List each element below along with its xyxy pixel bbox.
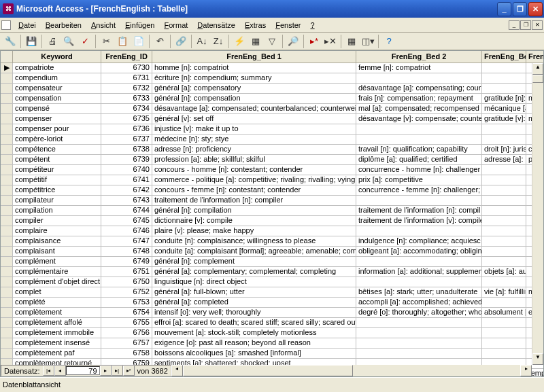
- cell-bed3[interactable]: [482, 338, 526, 348]
- paste-button[interactable]: 📄: [131, 34, 146, 49]
- cell-bed2[interactable]: [356, 349, 482, 358]
- cell-bed1[interactable]: homme [n]: compatriot: [152, 63, 356, 73]
- cell-id[interactable]: 6748: [101, 247, 152, 256]
- view-button[interactable]: 🔧: [3, 34, 18, 49]
- menu-extras[interactable]: Extras: [240, 20, 271, 31]
- row-selector[interactable]: [1, 267, 13, 277]
- row-selector[interactable]: [1, 247, 13, 256]
- cell-keyword[interactable]: complément d'objet direct: [13, 277, 101, 287]
- col-header-keyword[interactable]: Keyword: [13, 51, 101, 63]
- cell-bed3[interactable]: adresse [a]: qu: [482, 155, 526, 164]
- sort-desc-button[interactable]: Z↓: [211, 34, 226, 49]
- menu-format[interactable]: Format: [159, 20, 192, 31]
- apply-filter-button[interactable]: ▽: [265, 34, 279, 49]
- table-row[interactable]: compétent6739profession [a]: able; skill…: [1, 155, 543, 165]
- cell-id[interactable]: 6735: [101, 114, 152, 124]
- cell-bed3[interactable]: [482, 349, 526, 358]
- menu-einfügen[interactable]: Einfügen: [120, 20, 159, 31]
- cell-keyword[interactable]: compétent: [13, 155, 101, 164]
- cell-keyword[interactable]: compensé: [13, 104, 101, 113]
- row-selector[interactable]: [1, 338, 13, 348]
- cell-bed2[interactable]: degré [o]: thoroughly; altogether; whol: [356, 308, 482, 317]
- scroll-thumb[interactable]: [532, 75, 543, 83]
- cell-id[interactable]: 6742: [101, 185, 152, 195]
- cell-bed2[interactable]: accompli [a]: accomplished; achieved: [356, 298, 482, 307]
- table-row[interactable]: compenser6735général [v]: set offdésavan…: [1, 114, 543, 124]
- cell-bed1[interactable]: général [a]: full-blown; utter: [152, 287, 356, 297]
- cell-bed2[interactable]: obligeant [a]: accommodating; obligin: [356, 247, 482, 256]
- cell-bed3[interactable]: [482, 196, 526, 205]
- table-row[interactable]: compétence6738adresse [n]: proficiencytr…: [1, 145, 543, 155]
- table-row[interactable]: complètement insensé6757exigence [o]: pa…: [1, 338, 543, 349]
- delete-record-button[interactable]: ▸✕: [323, 34, 338, 49]
- cell-keyword[interactable]: compétiteur: [13, 165, 101, 175]
- cell-keyword[interactable]: compilation: [13, 206, 101, 215]
- row-selector[interactable]: [1, 135, 13, 144]
- cell-bed3[interactable]: absolument [o]:: [482, 308, 526, 317]
- cell-keyword[interactable]: complaisant: [13, 247, 101, 256]
- row-selector[interactable]: [1, 155, 13, 164]
- row-selector[interactable]: [1, 308, 13, 317]
- menu-datei[interactable]: Datei: [14, 20, 41, 31]
- cell-bed3[interactable]: [482, 206, 526, 215]
- print-button[interactable]: 🖨: [45, 34, 60, 49]
- cell-keyword[interactable]: compétitrice: [13, 185, 101, 195]
- cell-bed1[interactable]: général [n]: complement: [152, 257, 356, 266]
- find-button[interactable]: 🔎: [286, 34, 301, 49]
- cell-bed3[interactable]: vie [a]: fulfilling;: [482, 287, 526, 297]
- table-row[interactable]: compère-loriot6737médecine [n]: sty; sty…: [1, 135, 543, 145]
- copy-button[interactable]: 📋: [115, 34, 130, 49]
- mdi-restore[interactable]: ❐: [520, 20, 531, 30]
- cell-id[interactable]: 6734: [101, 104, 152, 113]
- cell-keyword[interactable]: compiler: [13, 216, 101, 226]
- cell-keyword[interactable]: compensation: [13, 94, 101, 103]
- cell-bed2[interactable]: concurrence - femme [n]: challenger;: [356, 185, 482, 195]
- cell-bed1[interactable]: boissons alcooliques [a]: smashed [infor…: [152, 349, 356, 358]
- scroll-right-button[interactable]: ▸: [520, 365, 532, 376]
- cell-keyword[interactable]: compétence: [13, 145, 101, 154]
- scroll-up-button[interactable]: ▲: [532, 63, 543, 75]
- prev-record-button[interactable]: ◂: [54, 366, 66, 376]
- col-header-bed4[interactable]: Fren: [526, 51, 544, 63]
- cell-bed3[interactable]: [482, 328, 526, 338]
- table-row[interactable]: complètement immobile6756mouvement [a]: …: [1, 328, 543, 338]
- cell-id[interactable]: 6733: [101, 94, 152, 103]
- cell-bed1[interactable]: général [n]: compensation: [152, 94, 356, 103]
- cell-bed2[interactable]: [356, 277, 482, 287]
- table-row[interactable]: complaire6746plaire [v]: please; make ha…: [1, 226, 543, 236]
- cell-bed3[interactable]: [482, 73, 526, 83]
- db-window-button[interactable]: ▦: [344, 34, 359, 49]
- cell-keyword[interactable]: complété: [13, 298, 101, 307]
- cell-bed2[interactable]: bêtises [a]: stark; utter; unadulterate: [356, 287, 482, 297]
- undo-button[interactable]: ↶: [152, 34, 167, 49]
- cell-bed2[interactable]: diplôme [a]: qualified; certified: [356, 155, 482, 164]
- cell-bed1[interactable]: commerce - politique [a]: competitive; r…: [152, 175, 356, 185]
- cell-bed3[interactable]: [482, 257, 526, 266]
- cell-bed2[interactable]: mal [a]: compensated; recompensed: [356, 104, 482, 113]
- cell-id[interactable]: 6739: [101, 155, 152, 164]
- table-row[interactable]: compensation6733général [n]: compensatio…: [1, 94, 543, 104]
- row-selector[interactable]: [1, 196, 13, 205]
- cell-id[interactable]: 6747: [101, 236, 152, 246]
- cell-id[interactable]: 6743: [101, 196, 152, 205]
- maximize-button[interactable]: ❐: [513, 2, 527, 16]
- cell-bed3[interactable]: mécanique [a]:: [482, 104, 526, 113]
- cell-id[interactable]: 6736: [101, 124, 152, 134]
- cell-bed1[interactable]: adresse [n]: proficiency: [152, 145, 356, 154]
- menu-fenster[interactable]: Fenster: [271, 20, 305, 31]
- first-record-button[interactable]: |◂: [43, 366, 54, 376]
- table-row[interactable]: complètement affolé6755effroi [a]: scare…: [1, 318, 543, 328]
- cell-bed1[interactable]: linguistique [n]: direct object: [152, 277, 356, 287]
- cell-bed3[interactable]: [482, 247, 526, 256]
- table-row[interactable]: ▶compatriote6730homme [n]: compatriotfem…: [1, 63, 543, 73]
- table-row[interactable]: complètement paf6758boissons alcooliques…: [1, 349, 543, 359]
- cell-keyword[interactable]: compatriote: [13, 63, 101, 73]
- scroll-down-button[interactable]: ▼: [532, 353, 543, 365]
- cell-bed3[interactable]: droit [n]: jurisdic: [482, 145, 526, 154]
- menu-bearbeiten[interactable]: Bearbeiten: [41, 20, 86, 31]
- table-row[interactable]: compensé6734désavantage [a]: compensated…: [1, 104, 543, 114]
- row-selector[interactable]: [1, 216, 13, 226]
- table-row[interactable]: complété6753général [a]: completedaccomp…: [1, 298, 543, 308]
- cell-bed1[interactable]: concours - femme [n]: contestant; conten…: [152, 185, 356, 195]
- table-row[interactable]: complément6749général [n]: complement: [1, 257, 543, 267]
